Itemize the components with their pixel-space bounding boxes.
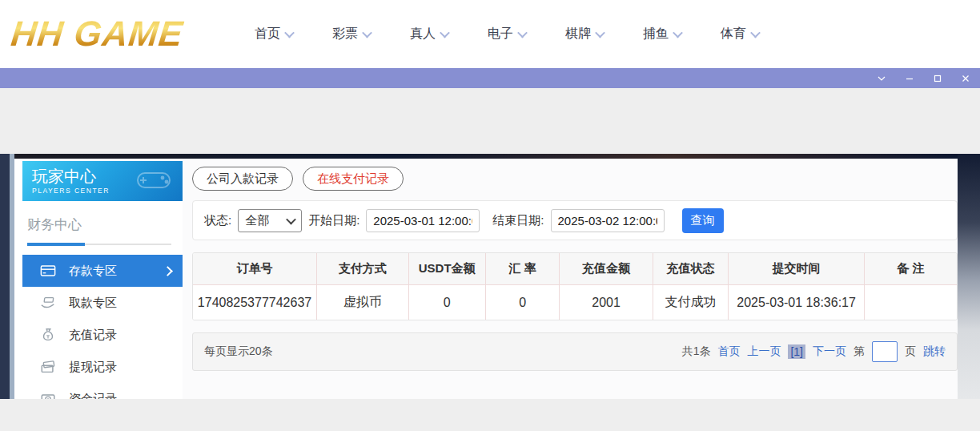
funds-icon [40,391,56,399]
players-center-sidebar: 玩家中心 PLAYERS CENTER 财务中心 存款专区 [14,159,183,399]
filter-bar: 状态: 全部 开始日期: 结束日期: 查询 [192,200,958,240]
main-panel: 玩家中心 PLAYERS CENTER 财务中心 存款专区 [0,154,980,399]
cell-rate: 0 [485,285,560,320]
sidebar-item-label: 充值记录 [69,328,117,343]
cell-pay-method: 虚拟币 [317,285,408,320]
top-nav: HH GAME 首页 彩票 真人 电子 棋牌 捕鱼 体育 [0,0,980,68]
nav-item-live[interactable]: 真人 [410,26,448,42]
nav-item-label: 彩票 [332,26,358,42]
nav-item-label: 电子 [488,26,513,42]
logo: HH GAME [9,11,186,56]
tab-company-deposit-records[interactable]: 公司入款记录 [192,167,293,191]
nav-item-label: 首页 [255,26,280,42]
cell-recharge-amount: 2001 [560,285,653,320]
end-date-input[interactable] [551,209,665,232]
chevron-down-icon [750,28,761,38]
sidebar-item-label: 存款专区 [69,264,117,279]
sidebar-item-recharge-records[interactable]: 充值记录 [22,319,183,351]
background-right-edge [958,154,980,399]
cell-order-no: 1740825377742637 [193,285,317,320]
sidebar-item-label: 取款专区 [69,296,117,311]
start-date-input[interactable] [366,209,480,232]
prev-page-link[interactable]: 上一页 [747,344,781,359]
nav-item-slots[interactable]: 电子 [488,26,526,42]
bank-card-icon [40,263,56,279]
nav-item-lottery[interactable]: 彩票 [332,26,371,42]
nav-item-fishing[interactable]: 捕鱼 [643,26,681,42]
sidebar-menu: 存款专区 取款专区 充值记录 提现记录 [22,255,183,399]
main-menu: 首页 彩票 真人 电子 棋牌 捕鱼 体育 [255,0,759,68]
total-count: 共1条 [682,344,711,359]
nav-item-chess[interactable]: 棋牌 [565,26,604,42]
end-date-label: 结束日期: [492,213,544,228]
chevron-down-icon [673,28,683,38]
hand-money-icon [40,295,56,311]
nav-item-home[interactable]: 首页 [255,26,293,42]
nav-item-label: 捕鱼 [643,26,669,42]
page-prefix-label: 第 [853,344,865,359]
cell-usdt-amount: 0 [408,285,485,320]
chevron-down-icon [440,28,450,38]
cell-submit-time: 2025-03-01 18:36:17 [729,285,865,320]
background-left-edge [0,154,14,399]
records-table-wrap: 订单号 支付方式 USDT金额 汇 率 充值金额 充值状态 提交时间 备 注 1… [192,252,958,320]
sidebar-item-label: 提现记录 [69,360,117,375]
status-label: 状态: [204,213,231,228]
chevron-down-icon [286,214,296,224]
tab-online-payment-records[interactable]: 在线支付记录 [303,167,404,191]
chevron-down-icon [595,28,605,38]
per-page-label: 每页显示20条 [204,344,273,359]
window-maximize-icon[interactable] [932,73,942,83]
gamepad-icon [133,168,175,195]
sidebar-header: 玩家中心 PLAYERS CENTER [22,161,183,201]
start-date-label: 开始日期: [308,213,359,228]
next-page-link[interactable]: 下一页 [813,344,846,359]
query-button[interactable]: 查询 [682,208,724,233]
wallet-icon [40,359,56,375]
cell-remark [865,285,958,320]
sidebar-item-funds-records[interactable]: 资金记录 [22,383,183,399]
page-jump-input[interactable] [872,341,898,362]
nav-item-label: 棋牌 [565,26,591,42]
window-minimize-icon[interactable] [904,73,914,83]
money-bag-icon [40,327,56,343]
table-header-row: 订单号 支付方式 USDT金额 汇 率 充值金额 充值状态 提交时间 备 注 [193,253,957,285]
page-suffix-label: 页 [905,344,916,359]
sidebar-item-withdrawal-records[interactable]: 提现记录 [22,351,183,383]
col-usdt-amount: USDT金额 [408,253,485,285]
sidebar-item-deposit[interactable]: 存款专区 [22,255,183,287]
col-rate: 汇 率 [485,253,560,285]
status-select[interactable]: 全部 [238,209,302,232]
first-page-link[interactable]: 首页 [717,344,740,359]
jump-link[interactable]: 跳转 [923,344,946,359]
table-row: 1740825377742637 虚拟币 0 0 2001 支付成功 2025-… [193,285,957,320]
nav-item-label: 真人 [410,26,436,42]
sidebar-section-title: 财务中心 [27,216,171,234]
chevron-down-icon [284,28,295,38]
record-tabs: 公司入款记录 在线支付记录 [192,167,958,191]
content-area: 公司入款记录 在线支付记录 状态: 全部 开始日期: 结束日期: 查询 [183,159,958,399]
chevron-down-icon [517,28,528,38]
pager: 共1条 首页 上一页 [1] 下一页 第 页 跳转 [682,341,946,362]
window-close-icon[interactable] [960,73,970,83]
col-pay-method: 支付方式 [317,253,408,285]
chevron-down-icon [362,28,372,38]
cell-recharge-status: 支付成功 [653,285,728,320]
pagination-bar: 每页显示20条 共1条 首页 上一页 [1] 下一页 第 页 跳转 [192,332,958,371]
col-recharge-status: 充值状态 [653,253,728,285]
records-table: 订单号 支付方式 USDT金额 汇 率 充值金额 充值状态 提交时间 备 注 1… [193,253,957,320]
col-submit-time: 提交时间 [729,253,865,285]
window-dropdown-icon[interactable] [876,73,886,83]
chevron-right-icon [163,266,173,276]
sidebar-item-label: 资金记录 [69,392,117,400]
sidebar-item-withdraw[interactable]: 取款专区 [22,287,183,319]
nav-item-sports[interactable]: 体育 [721,26,759,42]
col-order-no: 订单号 [193,253,317,285]
status-select-value: 全部 [245,213,269,228]
col-remark: 备 注 [865,253,958,285]
col-recharge-amount: 充值金额 [560,253,653,285]
window-titlebar [0,68,980,88]
nav-item-label: 体育 [721,26,746,42]
sidebar-divider [27,244,171,245]
current-page-badge[interactable]: [1] [788,344,805,359]
